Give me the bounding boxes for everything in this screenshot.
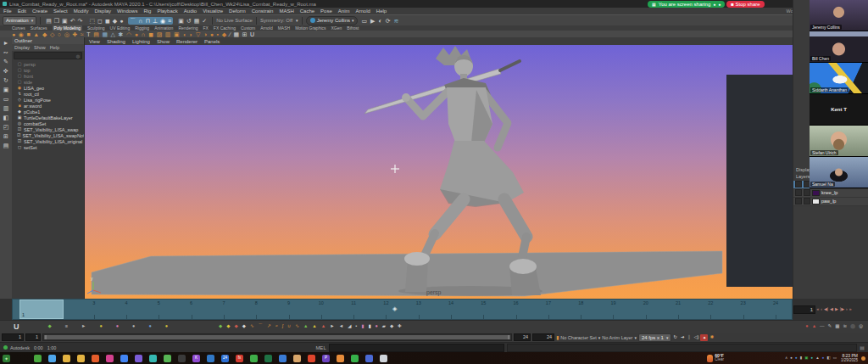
shelf-tool-icon[interactable]: T bbox=[86, 31, 90, 37]
current-time-field[interactable]: 1 bbox=[793, 305, 815, 314]
tangent-tool-icon[interactable]: ▲ bbox=[312, 324, 316, 329]
anim-tool-icon[interactable]: ≡ bbox=[65, 324, 68, 329]
status-icon[interactable]: ◼ bbox=[105, 18, 110, 24]
range-grip-left[interactable] bbox=[45, 335, 47, 339]
frame-cell[interactable]: 23 bbox=[727, 300, 760, 319]
outliner-menu-item[interactable]: Show bbox=[34, 45, 46, 50]
tray-icon[interactable]: ● bbox=[811, 356, 814, 361]
frame-cell[interactable]: 18 bbox=[565, 300, 597, 319]
editor-tool-icon[interactable]: ◎ bbox=[859, 324, 863, 329]
taskbar-app-icon[interactable] bbox=[264, 355, 272, 362]
status-icon[interactable]: ↺ bbox=[186, 18, 192, 24]
taskbar-clock[interactable]: 8:23 PM 1/29/2025 bbox=[841, 354, 858, 363]
universal-manip-icon[interactable]: U bbox=[14, 323, 19, 331]
toolbox-tool-icon[interactable]: ▣ bbox=[3, 87, 9, 92]
menu-item[interactable]: Playback bbox=[157, 8, 177, 14]
toolbox-tool-icon[interactable]: ✎ bbox=[3, 59, 8, 64]
taskbar-app-icon[interactable]: P bbox=[322, 355, 330, 362]
shelf-tool-icon[interactable]: ◆ bbox=[222, 31, 226, 37]
tangent-tool-icon[interactable]: ≈ bbox=[275, 324, 278, 329]
render-icon[interactable]: ▶ bbox=[370, 18, 375, 24]
time-slider-track[interactable]: 1 2 3 4 bbox=[12, 299, 793, 320]
outliner-item[interactable]: ▢ top bbox=[12, 67, 84, 73]
frame-cell[interactable]: 7 bbox=[208, 300, 240, 319]
shelf-tool-icon[interactable]: ▥ bbox=[165, 31, 171, 37]
anim-tool-icon[interactable]: ● bbox=[148, 324, 151, 329]
frame-cell[interactable]: 15 bbox=[467, 300, 499, 319]
menu-item[interactable]: Select bbox=[53, 8, 68, 14]
tangent-tool-icon[interactable]: ↗ bbox=[267, 324, 271, 329]
taskbar-app-icon[interactable]: K bbox=[192, 355, 200, 362]
taskbar-app-icon[interactable] bbox=[207, 355, 214, 362]
anim-tool-icon[interactable]: ● bbox=[116, 324, 119, 329]
anim-tool-icon[interactable]: ● bbox=[165, 324, 168, 329]
outliner-menu-item[interactable]: Display bbox=[14, 45, 30, 50]
shelf-tool-icon[interactable]: ◠ bbox=[126, 31, 131, 37]
status-icon[interactable]: ❒ bbox=[54, 18, 59, 24]
status-icon[interactable]: ↶ bbox=[70, 18, 75, 24]
taskbar-app-icon[interactable] bbox=[351, 355, 359, 362]
frame-cell[interactable]: 8 bbox=[240, 300, 272, 319]
participant-video-tile[interactable]: Samuel Na bbox=[810, 157, 868, 188]
shelf-tool-icon[interactable]: ▣ bbox=[174, 31, 180, 37]
status-icon[interactable]: ◻ bbox=[97, 18, 103, 24]
timeline-marker-icon[interactable]: ◈ bbox=[392, 305, 397, 311]
playback-option-icon[interactable]: ∥ bbox=[688, 335, 691, 340]
outliner-search-input[interactable]: ◎ bbox=[14, 52, 82, 59]
status-icon[interactable]: ▦ bbox=[194, 18, 200, 24]
playback-start-field[interactable]: 1 bbox=[25, 333, 41, 341]
playback-button[interactable]: ‹ bbox=[821, 307, 823, 311]
menu-item[interactable]: Help bbox=[376, 8, 387, 14]
tangent-tool-icon[interactable]: ✚ bbox=[398, 324, 402, 329]
editor-tool-icon[interactable]: ≋ bbox=[843, 324, 847, 329]
taskbar-app-icon[interactable] bbox=[92, 355, 99, 362]
editor-tool-icon[interactable]: ⬤ bbox=[850, 324, 855, 329]
menu-item[interactable]: File bbox=[3, 8, 12, 14]
menu-item[interactable]: Audio bbox=[184, 8, 197, 14]
taskbar-app-icon[interactable] bbox=[365, 355, 373, 362]
toolbox-tool-icon[interactable]: ▥ bbox=[3, 105, 9, 111]
frame-cell[interactable]: 17 bbox=[532, 300, 565, 319]
toolbox-tool-icon[interactable]: ∾ bbox=[3, 49, 8, 55]
taskbar-app-icon[interactable] bbox=[34, 355, 42, 362]
status-icon[interactable]: ▤ bbox=[46, 18, 52, 24]
range-slider-handle[interactable] bbox=[44, 335, 510, 339]
shelf-tool-icon[interactable]: ▽ bbox=[196, 31, 200, 37]
frame-cell[interactable]: 22 bbox=[694, 300, 726, 319]
outliner-item[interactable]: ▢ front bbox=[12, 73, 84, 79]
status-icon[interactable]: ▣ bbox=[178, 18, 184, 24]
status-icon[interactable]: ✓ bbox=[202, 18, 207, 24]
viewport-menu-item[interactable]: Show bbox=[157, 39, 170, 44]
taskbar-app-icon[interactable] bbox=[279, 355, 287, 362]
toolbox-tool-icon[interactable]: ⊞ bbox=[3, 133, 8, 139]
viewport-menu-item[interactable]: Panels bbox=[204, 39, 220, 44]
playback-option-icon[interactable]: ↻ bbox=[673, 335, 677, 340]
tangent-tool-icon[interactable]: ▪ bbox=[355, 324, 357, 329]
tray-icon[interactable]: ● bbox=[822, 356, 825, 361]
shelf-tool-icon[interactable]: ■ bbox=[27, 31, 31, 37]
taskbar-app-icon[interactable] bbox=[120, 355, 128, 362]
shelf-tool-icon[interactable]: ◎ bbox=[64, 31, 70, 37]
preferences-icon[interactable]: ✱ bbox=[709, 335, 714, 340]
status-icon[interactable]: ⊓ bbox=[145, 18, 149, 24]
menu-item[interactable]: Display bbox=[94, 8, 111, 14]
taskbar-app-icon[interactable] bbox=[380, 355, 387, 362]
shelf-tool-icon[interactable]: ◉ bbox=[19, 31, 24, 37]
anim-tool-icon[interactable]: ◆ bbox=[48, 324, 52, 329]
frame-cell[interactable]: 3 bbox=[78, 300, 110, 319]
outliner-menu-item[interactable]: Help bbox=[50, 45, 59, 50]
menu-item[interactable]: Create bbox=[32, 8, 47, 14]
participant-video-tile[interactable]: Kent T bbox=[810, 94, 868, 126]
tangent-tool-icon[interactable]: ◆ bbox=[242, 324, 246, 329]
frame-cell[interactable]: 19 bbox=[597, 300, 629, 319]
tangent-tool-icon[interactable]: ► bbox=[330, 324, 334, 329]
participant-video-tile[interactable]: Stefan Ulrich bbox=[810, 126, 868, 157]
outliner-item[interactable]: ▢ persp bbox=[12, 61, 84, 67]
layer-color-swatch[interactable] bbox=[812, 190, 820, 196]
outliner-item[interactable]: ☑ SET_Visibility_LISA_swap bbox=[12, 126, 84, 132]
render-icon[interactable]: ◐ bbox=[379, 18, 382, 24]
outliner-item[interactable]: ▢ side bbox=[12, 79, 84, 85]
layer-color-swatch[interactable] bbox=[812, 199, 820, 204]
tangent-tool-icon[interactable]: ◄ bbox=[339, 324, 343, 329]
tangent-tool-icon[interactable]: ▲ bbox=[303, 324, 308, 329]
